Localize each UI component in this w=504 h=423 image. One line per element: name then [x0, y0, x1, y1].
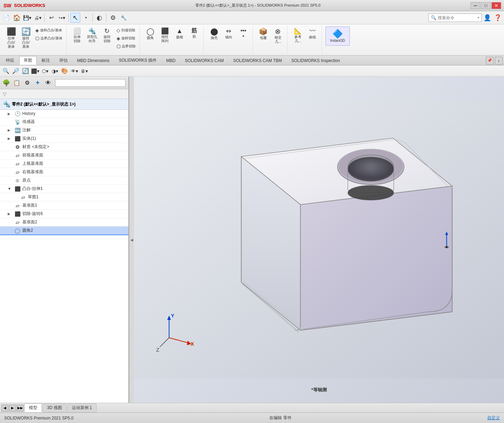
curves-button[interactable]: 〰 曲线 [306, 26, 319, 41]
config-manager-button[interactable]: ⚙ [22, 78, 32, 88]
tree-item-right-plane[interactable]: ▶ ▱ 右视基准面 [0, 168, 128, 176]
redo-dropdown[interactable]: ↪▾ [57, 13, 67, 23]
tab-solidworks-inspection[interactable]: SOLIDWORKS Inspection [287, 57, 344, 64]
section-view-dropdown[interactable]: ⬡▾ [40, 67, 50, 76]
show-hide-dropdown[interactable]: 👁▾ [70, 67, 79, 76]
close-button[interactable]: ✕ [491, 2, 501, 9]
hole-wizard-button[interactable]: 🔩 异型孔向导 [85, 26, 99, 45]
display-mode-dropdown[interactable]: ◑▾ [50, 67, 59, 76]
linear-pattern-button[interactable]: ⬛ 线性阵列 [158, 26, 172, 45]
tree-item-plane2[interactable]: ▶ ▱ 基准面2 [0, 218, 128, 226]
wrap-button[interactable]: 📦 包覆 [256, 26, 270, 42]
new-button[interactable]: 📄 [1, 13, 11, 23]
extrude-boss-button[interactable]: ⬛ 拉伸凸台/基体 [4, 26, 18, 50]
toggle-button[interactable]: ◐ [95, 13, 104, 23]
tab-mbd-dimensions[interactable]: MBD Dimensions [73, 57, 114, 64]
tree-item-boss-extrude1[interactable]: ▼ ⬛ 凸台-拉伸1 [0, 185, 128, 193]
swept-cut-button[interactable]: ◇ 扫描切除 [115, 26, 137, 34]
nav-last-button[interactable]: ▶▶ [17, 405, 24, 412]
tab-sketch[interactable]: 草图 [19, 56, 37, 65]
instant3d-button[interactable]: 🔷 Instant3D [325, 26, 350, 46]
nav-next-button[interactable]: ▶ [9, 405, 16, 412]
zoom-to-fit-button[interactable]: 🔍 [1, 67, 10, 76]
help-button[interactable]: ❓ [493, 13, 503, 23]
feature-tree[interactable]: 🔩 零件2 (默认<<默认>_显示状态 1>) ▶ 🕐 History ▶ 📡 … [0, 99, 128, 403]
solid-bodies-expand-icon[interactable]: ▶ [8, 137, 13, 140]
search-dropdown-icon[interactable]: ▾ [477, 16, 479, 20]
tree-item-sensors[interactable]: ▶ 📡 传感器 [0, 118, 128, 126]
intersect-button[interactable]: ⊗ 相交几... [271, 26, 285, 45]
rib-button[interactable]: 筋 筋 [187, 26, 201, 40]
expand-tabs-button[interactable]: ↕ [495, 57, 503, 64]
screen-capture-dropdown[interactable]: 🖥▾ [80, 67, 89, 76]
save-dropdown[interactable]: 💾▾ [22, 13, 32, 23]
options-button2[interactable]: 🔧 [119, 13, 128, 23]
user-button[interactable]: 👤 [482, 13, 492, 23]
extrude-cut-button[interactable]: ⬜ 拉伸切除 [70, 26, 84, 45]
select-dropdown[interactable]: ▾ [81, 13, 91, 23]
undo-button[interactable]: ↩ [46, 13, 56, 23]
shell-button[interactable]: ⬤ 抽壳 [207, 26, 221, 42]
tree-item-top-plane[interactable]: ▶ ▱ 上视基准面 [0, 160, 128, 168]
loft-cut-button[interactable]: ◈ 放样切除 [115, 34, 137, 42]
tree-item-fillet2[interactable]: ▶ ◯ 圆角2 [0, 226, 128, 235]
tree-item-origin[interactable]: ▶ ⊕ 原点 [0, 176, 128, 185]
boundary-cut-button[interactable]: ⬡ 边界切除 [115, 43, 137, 50]
appearance-dropdown[interactable]: 🎨 [60, 67, 69, 76]
tree-root-item[interactable]: 🔩 零件2 (默认<<默认>_显示状态 1>) [0, 99, 128, 110]
fillet-button[interactable]: ◯ 圆角 [143, 26, 157, 42]
mirror-button[interactable]: ⇔ 镜向 [222, 26, 236, 41]
feature-manager-button[interactable]: 🌳 [1, 78, 11, 88]
ref-geom-button[interactable]: 📐 参考几... [291, 26, 305, 45]
boss-extrude1-expand-icon[interactable]: ▼ [8, 187, 13, 191]
3d-viewport[interactable]: Y X Z *等轴测 [134, 77, 504, 403]
nav-prev-button[interactable]: ◀ [1, 405, 8, 412]
view-orient-dropdown[interactable]: ⬛▾ [31, 67, 40, 76]
tree-item-front-plane[interactable]: ▶ ▱ 前视基准面 [0, 151, 128, 160]
tree-item-annotations[interactable]: ▶ 🔤 注解 [0, 126, 128, 134]
tab-solidworks-cam[interactable]: SOLIDWORKS CAM [180, 57, 228, 64]
tree-item-plane1[interactable]: ▶ ▱ 基准面1 [0, 201, 128, 210]
panel-search-box[interactable] [55, 79, 126, 87]
boundary-boss-button[interactable]: ⬡ 边界凸台/基体 [33, 34, 64, 42]
annotations-expand-icon[interactable]: ▶ [8, 128, 13, 132]
print-dropdown[interactable]: 🖨▾ [33, 13, 43, 23]
zoom-in-button[interactable]: 🔎 [11, 67, 20, 76]
draft-button[interactable]: ▲ 拨模 [173, 26, 187, 41]
maximize-button[interactable]: □ [481, 2, 491, 9]
panel-search-input[interactable] [57, 81, 124, 85]
tab-features[interactable]: 特征 [1, 56, 19, 65]
revolve-boss-button[interactable]: 🔄 旋转凸台/基体 [19, 26, 33, 50]
tree-item-sketch1[interactable]: ▶ ▱ 草图1 [0, 193, 128, 201]
select-button[interactable]: ↖ [70, 13, 80, 23]
panel-collapse-handle[interactable]: ◀ [129, 77, 134, 403]
bottom-tab-motion[interactable]: 运动算例 1 [67, 403, 97, 412]
cut-revolve6-expand-icon[interactable]: ▶ [8, 212, 13, 216]
tab-markup[interactable]: 标注 [37, 56, 54, 65]
tree-item-cut-revolve6[interactable]: ▶ ⬛ 切除-旋转6 [0, 210, 128, 218]
options-button[interactable]: ⚙ [108, 13, 118, 23]
history-expand-icon[interactable]: ▶ [8, 112, 13, 116]
revolve-cut-button[interactable]: ↻ 旋转切除 [100, 26, 114, 45]
loft-boss-button[interactable]: ◈ 放样凸台/基体 [33, 26, 64, 34]
tree-item-history[interactable]: ▶ 🕐 History [0, 110, 128, 118]
tab-evaluate[interactable]: 评估 [55, 56, 72, 65]
bottom-tab-model[interactable]: 模型 [24, 403, 42, 412]
markup-manager-button[interactable]: + [33, 78, 43, 88]
search-input[interactable] [438, 15, 476, 20]
minimize-button[interactable]: ─ [471, 2, 480, 9]
tree-item-material[interactable]: ▶ ⚙ 材质 <未指定> [0, 143, 128, 151]
tab-mbd[interactable]: MBD [161, 57, 180, 64]
property-manager-button[interactable]: 📋 [12, 78, 22, 88]
tab-solidworks-addins[interactable]: SOLIDWORKS 插件 [114, 56, 161, 65]
open-button[interactable]: 🏠 [12, 13, 22, 23]
customize-button[interactable]: 自定义 [487, 415, 500, 421]
previous-view-button[interactable]: 🔄 [21, 67, 30, 76]
pin-tabs-button[interactable]: 📌 [486, 57, 494, 64]
tree-item-solid-bodies[interactable]: ▶ ⬛ 实体(1) [0, 134, 128, 143]
search-box[interactable]: 🔍 ▾ [428, 14, 482, 22]
tab-solidworks-cam-tbm[interactable]: SOLIDWORKS CAM TBM [228, 57, 286, 64]
display-manager-button[interactable]: 👁 [43, 78, 53, 88]
bottom-tab-3d-view[interactable]: 3D 视图 [43, 403, 67, 412]
more-features-button[interactable]: ••• ▾ [236, 26, 250, 39]
